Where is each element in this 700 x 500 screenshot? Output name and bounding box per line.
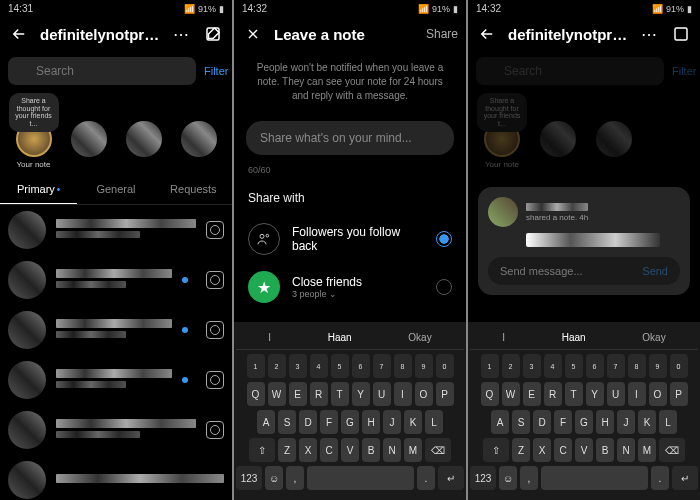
note-item[interactable]: [588, 95, 640, 169]
key[interactable]: 5: [331, 354, 349, 378]
key[interactable]: Q: [481, 382, 499, 406]
period-key[interactable]: .: [651, 466, 669, 490]
key[interactable]: E: [289, 382, 307, 406]
close-icon[interactable]: [242, 23, 264, 45]
share-button[interactable]: Share: [426, 27, 458, 41]
camera-icon[interactable]: [206, 221, 224, 239]
key[interactable]: 7: [373, 354, 391, 378]
key[interactable]: I: [628, 382, 646, 406]
note-item[interactable]: [63, 95, 114, 169]
tab-requests[interactable]: Requests: [155, 175, 232, 204]
key[interactable]: B: [596, 438, 614, 462]
key[interactable]: L: [659, 410, 677, 434]
period-key[interactable]: .: [417, 466, 435, 490]
back-icon[interactable]: [476, 23, 498, 45]
note-item[interactable]: [173, 95, 224, 169]
tab-general[interactable]: General: [77, 175, 154, 204]
dm-row[interactable]: [0, 405, 232, 455]
key[interactable]: 3: [289, 354, 307, 378]
key[interactable]: I: [394, 382, 412, 406]
key[interactable]: P: [670, 382, 688, 406]
note-item[interactable]: [532, 95, 584, 169]
key[interactable]: O: [649, 382, 667, 406]
key[interactable]: 9: [649, 354, 667, 378]
key[interactable]: T: [565, 382, 583, 406]
key[interactable]: U: [373, 382, 391, 406]
key[interactable]: B: [362, 438, 380, 462]
back-icon[interactable]: [8, 23, 30, 45]
key[interactable]: P: [436, 382, 454, 406]
backspace-key[interactable]: ⌫: [425, 438, 451, 462]
space-key[interactable]: [541, 466, 648, 490]
suggestion[interactable]: Okay: [408, 332, 431, 343]
your-note[interactable]: Share a thought for your friends t... Yo…: [476, 95, 528, 169]
key[interactable]: U: [607, 382, 625, 406]
key[interactable]: H: [362, 410, 380, 434]
key[interactable]: 1: [481, 354, 499, 378]
key[interactable]: D: [533, 410, 551, 434]
key[interactable]: Y: [586, 382, 604, 406]
key[interactable]: 8: [628, 354, 646, 378]
key[interactable]: K: [404, 410, 422, 434]
backspace-key[interactable]: ⌫: [659, 438, 685, 462]
key[interactable]: W: [502, 382, 520, 406]
dm-row[interactable]: [0, 355, 232, 405]
key[interactable]: C: [554, 438, 572, 462]
enter-key[interactable]: ↵: [672, 466, 698, 490]
key-123[interactable]: 123: [236, 466, 262, 490]
key[interactable]: N: [383, 438, 401, 462]
key[interactable]: F: [554, 410, 572, 434]
your-note[interactable]: Share a thought for your friends t... Yo…: [8, 95, 59, 169]
key[interactable]: V: [341, 438, 359, 462]
compose-icon[interactable]: [670, 23, 692, 45]
more-icon[interactable]: ⋯: [638, 23, 660, 45]
key[interactable]: S: [278, 410, 296, 434]
note-input[interactable]: Share what's on your mind...: [246, 121, 454, 155]
avatar[interactable]: [488, 197, 518, 227]
key[interactable]: H: [596, 410, 614, 434]
suggestion[interactable]: Haan: [562, 332, 586, 343]
key[interactable]: Y: [352, 382, 370, 406]
key[interactable]: E: [523, 382, 541, 406]
key[interactable]: F: [320, 410, 338, 434]
key[interactable]: W: [268, 382, 286, 406]
key[interactable]: M: [638, 438, 656, 462]
key[interactable]: 3: [523, 354, 541, 378]
suggestion[interactable]: Haan: [328, 332, 352, 343]
suggestion[interactable]: Okay: [642, 332, 665, 343]
key[interactable]: 8: [394, 354, 412, 378]
search-input[interactable]: [476, 57, 664, 85]
shift-key[interactable]: ⇧: [483, 438, 509, 462]
emoji-key[interactable]: ☺: [499, 466, 517, 490]
key[interactable]: G: [341, 410, 359, 434]
more-icon[interactable]: ⋯: [170, 23, 192, 45]
camera-icon[interactable]: [206, 271, 224, 289]
key[interactable]: 5: [565, 354, 583, 378]
share-option-close-friends[interactable]: ★ Close friends 3 people ⌄: [234, 263, 466, 311]
compose-icon[interactable]: [202, 23, 224, 45]
shift-key[interactable]: ⇧: [249, 438, 275, 462]
comma-key[interactable]: ,: [520, 466, 538, 490]
suggestion[interactable]: I: [268, 332, 271, 343]
key[interactable]: 2: [502, 354, 520, 378]
camera-icon[interactable]: [206, 421, 224, 439]
camera-icon[interactable]: [206, 321, 224, 339]
send-button[interactable]: Send: [642, 265, 668, 277]
comma-key[interactable]: ,: [286, 466, 304, 490]
space-key[interactable]: [307, 466, 414, 490]
radio-selected[interactable]: [436, 231, 452, 247]
share-option-followers[interactable]: Followers you follow back: [234, 215, 466, 263]
key[interactable]: 4: [544, 354, 562, 378]
tab-primary[interactable]: Primary: [0, 175, 77, 204]
key[interactable]: A: [491, 410, 509, 434]
account-title[interactable]: definitelynotpra...: [508, 26, 628, 43]
suggestion[interactable]: I: [502, 332, 505, 343]
keyboard[interactable]: I Haan Okay 1234567890 QWERTYUIOP ASDFGH…: [234, 322, 466, 500]
dm-row[interactable]: [0, 455, 232, 500]
camera-icon[interactable]: [206, 371, 224, 389]
key[interactable]: S: [512, 410, 530, 434]
key[interactable]: 0: [670, 354, 688, 378]
key[interactable]: J: [383, 410, 401, 434]
key[interactable]: Z: [278, 438, 296, 462]
enter-key[interactable]: ↵: [438, 466, 464, 490]
